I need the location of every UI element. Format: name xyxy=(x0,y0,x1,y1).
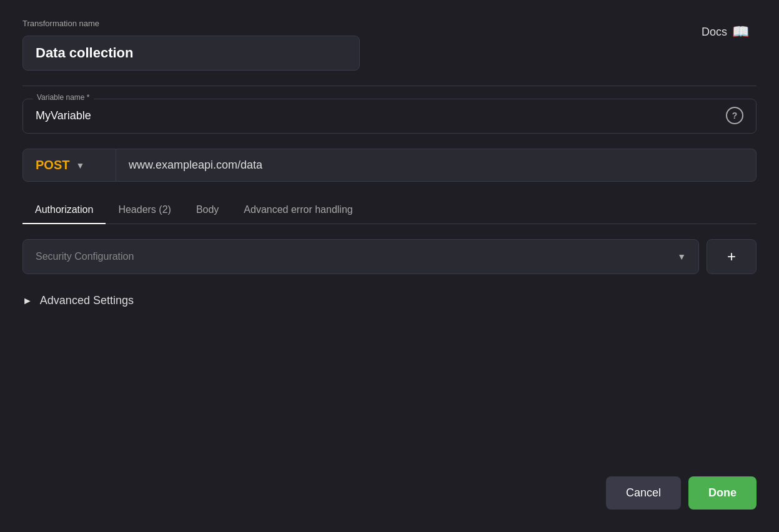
help-icon[interactable]: ? xyxy=(726,107,743,124)
docs-button[interactable]: Docs 📖 xyxy=(694,19,757,45)
http-row: POST ▼ xyxy=(22,149,757,182)
security-placeholder: Security Configuration xyxy=(36,251,134,262)
method-dropdown[interactable]: POST ▼ xyxy=(22,149,116,182)
http-method: POST xyxy=(36,158,69,172)
transformation-name-input[interactable] xyxy=(22,36,360,71)
variable-name-wrapper: Variable name * ? xyxy=(22,99,757,134)
url-input[interactable] xyxy=(116,149,757,182)
security-chevron-down-icon: ▼ xyxy=(677,252,686,262)
advanced-settings-row[interactable]: ► Advanced Settings xyxy=(22,289,757,312)
tab-advanced-error-handling[interactable]: Advanced error handling xyxy=(231,197,365,224)
security-row: Security Configuration ▼ + xyxy=(22,239,757,274)
tab-body[interactable]: Body xyxy=(184,197,231,224)
cancel-button[interactable]: Cancel xyxy=(606,476,681,510)
divider xyxy=(22,86,757,86)
tabs-row: Authorization Headers (2) Body Advanced … xyxy=(22,197,757,224)
chevron-right-icon: ► xyxy=(22,295,32,307)
add-security-button[interactable]: + xyxy=(707,239,757,274)
tab-headers[interactable]: Headers (2) xyxy=(106,197,183,224)
header-row: Transformation name Docs 📖 xyxy=(22,19,757,71)
security-config-dropdown[interactable]: Security Configuration ▼ xyxy=(22,239,699,274)
variable-name-label: Variable name * xyxy=(33,93,94,102)
variable-name-input[interactable] xyxy=(36,109,726,122)
transformation-name-label: Transformation name xyxy=(22,19,360,28)
chevron-down-icon: ▼ xyxy=(76,160,84,170)
docs-label: Docs xyxy=(702,26,727,39)
docs-icon: 📖 xyxy=(732,24,749,40)
advanced-settings-label: Advanced Settings xyxy=(40,294,134,307)
footer-row: Cancel Done xyxy=(606,476,757,510)
modal-container: Transformation name Docs 📖 Variable name… xyxy=(0,0,779,532)
transformation-name-section: Transformation name xyxy=(22,19,360,71)
tab-authorization[interactable]: Authorization xyxy=(22,197,106,224)
done-button[interactable]: Done xyxy=(688,476,757,510)
